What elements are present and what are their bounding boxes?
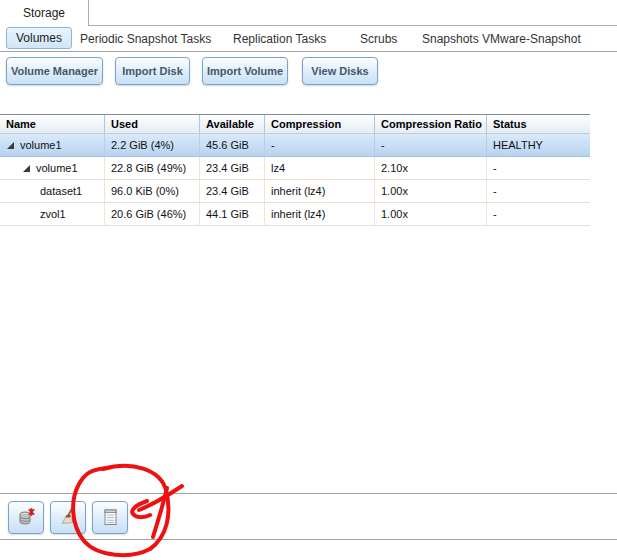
cell-available: 23.4 GiB [200, 180, 265, 202]
cell-compression-ratio: 1.00x [375, 203, 487, 225]
import-volume-button[interactable]: Import Volume [202, 57, 288, 85]
volume-status-icon [101, 508, 120, 527]
cell-available: 44.1 GiB [200, 203, 265, 225]
cell-used: 2.2 GiB (4%) [105, 134, 200, 156]
cell-compression-ratio: 1.00x [375, 180, 487, 202]
table-row-volume1-dataset[interactable]: volume1 22.8 GiB (49%) 23.4 GiB lz4 2.10… [0, 157, 590, 180]
scrub-volume-button[interactable] [50, 501, 86, 534]
volumes-table: Name Used Available Compression Compress… [0, 114, 590, 226]
column-header-compression-ratio[interactable]: Compression Ratio [375, 115, 487, 133]
column-header-used[interactable]: Used [105, 115, 200, 133]
cell-status: - [487, 157, 590, 179]
annotation-arrow-shaft [139, 486, 182, 510]
volume-status-button[interactable] [92, 501, 128, 534]
cell-used: 96.0 KiB (0%) [105, 180, 200, 202]
table-row-dataset1[interactable]: dataset1 96.0 KiB (0%) 23.4 GiB inherit … [0, 180, 590, 203]
cell-available: 45.6 GiB [200, 134, 265, 156]
cell-compression: - [265, 134, 375, 156]
row-name-label: volume1 [20, 139, 62, 151]
cell-compression: inherit (lz4) [265, 203, 375, 225]
table-header-row: Name Used Available Compression Compress… [0, 114, 590, 134]
cell-status: HEALTHY [487, 134, 590, 156]
table-row-volume1-pool[interactable]: volume1 2.2 GiB (4%) 45.6 GiB - - HEALTH… [0, 134, 590, 157]
scrub-volume-icon [59, 508, 78, 527]
tree-expand-icon[interactable] [23, 165, 30, 172]
subtab-periodic-snapshot-tasks[interactable]: Periodic Snapshot Tasks [80, 32, 211, 46]
column-header-compression[interactable]: Compression [265, 115, 375, 133]
detach-volume-button[interactable] [8, 501, 44, 534]
cell-name: dataset1 [0, 180, 105, 202]
column-header-available[interactable]: Available [200, 115, 265, 133]
table-row-zvol1[interactable]: zvol1 20.6 GiB (46%) 44.1 GiB inherit (l… [0, 203, 590, 226]
column-header-status[interactable]: Status [487, 115, 590, 133]
subtab-snapshots[interactable]: Snapshots [422, 32, 479, 46]
column-header-name[interactable]: Name [0, 115, 105, 133]
cell-available: 23.4 GiB [200, 157, 265, 179]
annotation-arrow-head [132, 501, 150, 517]
tree-expand-icon[interactable] [7, 142, 14, 149]
view-disks-button[interactable]: View Disks [302, 57, 378, 85]
subtab-replication-tasks[interactable]: Replication Tasks [233, 32, 326, 46]
row-name-label: volume1 [36, 162, 78, 174]
cell-compression: inherit (lz4) [265, 180, 375, 202]
footer-bottom-divider [0, 539, 617, 540]
cell-status: - [487, 203, 590, 225]
row-name-label: zvol1 [40, 208, 66, 220]
subtab-scrubs[interactable]: Scrubs [360, 32, 397, 46]
footer-top-divider [0, 493, 617, 494]
cell-used: 20.6 GiB (46%) [105, 203, 200, 225]
volume-manager-button[interactable]: Volume Manager [6, 57, 103, 85]
cell-status: - [487, 180, 590, 202]
detach-volume-icon [17, 508, 36, 527]
cell-compression-ratio: 2.10x [375, 157, 487, 179]
cell-name: volume1 [0, 134, 105, 156]
row-name-label: dataset1 [40, 185, 82, 197]
cell-compression: lz4 [265, 157, 375, 179]
cell-name: volume1 [0, 157, 105, 179]
cell-compression-ratio: - [375, 134, 487, 156]
tabstrip-divider [88, 25, 617, 26]
subtab-vmware-snapshot[interactable]: VMware-Snapshot [482, 32, 581, 46]
subtab-volumes[interactable]: Volumes [6, 27, 72, 49]
tab-storage-label: Storage [23, 6, 65, 20]
cell-used: 22.8 GiB (49%) [105, 157, 200, 179]
tab-storage[interactable]: Storage [0, 0, 89, 26]
cell-name: zvol1 [0, 203, 105, 225]
storage-screen: Storage Volumes Periodic Snapshot Tasks … [0, 0, 617, 560]
annotation-arrow-tail [153, 488, 167, 537]
import-disk-button[interactable]: Import Disk [115, 57, 190, 85]
subtab-divider-line [0, 51, 617, 52]
